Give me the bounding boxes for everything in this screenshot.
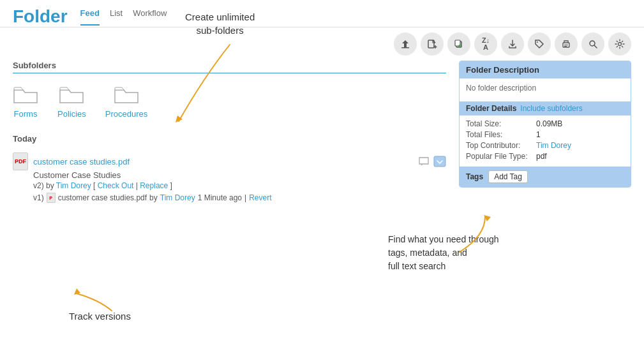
top-contributor-label: Top Contributor: — [466, 141, 536, 150]
subfolder-policies[interactable]: Policies — [57, 85, 86, 119]
total-files-value: 1 — [536, 130, 541, 139]
svg-marker-18 — [74, 288, 80, 295]
info-details: Total Size: 0.09MB Total Files: 1 Top Co… — [460, 115, 631, 167]
total-size-value: 0.09MB — [536, 119, 562, 128]
page-title: Folder — [13, 6, 68, 27]
folder-description-header: Folder Description — [460, 61, 631, 78]
checkout-link[interactable]: Check Out — [98, 181, 134, 190]
svg-point-8 — [537, 41, 538, 43]
search-button[interactable] — [581, 33, 604, 56]
toolbar: Z↓A — [0, 27, 644, 61]
svg-rect-1 — [428, 40, 434, 48]
settings-button[interactable] — [608, 33, 631, 56]
svg-rect-10 — [564, 45, 568, 45]
file-entry: PDF customer case studies.pdf Customer — [13, 149, 446, 207]
svg-rect-0 — [401, 47, 409, 48]
tag-button[interactable] — [528, 33, 551, 56]
tab-list[interactable]: List — [110, 8, 123, 26]
file-v1: v1) P customer case studies.pdf by Tim D… — [33, 193, 446, 203]
subfolder-procedures-label: Procedures — [105, 109, 147, 119]
revert-link[interactable]: Revert — [249, 193, 271, 202]
folder-icon-procedures — [114, 85, 139, 105]
popular-type-label: Popular File Type: — [466, 152, 536, 161]
right-panel: Folder Description No folder description… — [459, 61, 631, 207]
top-contributor-row: Top Contributor: Tim Dorey — [466, 141, 624, 150]
popular-type-row: Popular File Type: pdf — [466, 152, 624, 161]
svg-point-14 — [618, 43, 622, 46]
upload-button[interactable] — [394, 33, 417, 56]
subfolder-forms-label: Forms — [14, 109, 38, 119]
include-subfolders-link[interactable]: Include subfolders — [520, 104, 582, 113]
file-header-right — [418, 156, 446, 167]
svg-marker-17 — [484, 215, 491, 221]
nav-tabs: Feed List Workflow — [80, 8, 167, 26]
subfolders-title: Subfolders — [13, 61, 446, 73]
tags-row: Tags Add Tag — [460, 167, 631, 187]
replace-link[interactable]: Replace — [140, 181, 168, 190]
add-tag-button[interactable]: Add Tag — [488, 170, 528, 183]
file-description: Customer Case Studies — [33, 170, 446, 180]
download-button[interactable] — [501, 33, 524, 56]
folder-details-label: Folder Details — [466, 104, 516, 113]
top-contributor-link[interactable]: Tim Dorey — [536, 141, 571, 150]
no-description: No folder description — [466, 84, 624, 93]
v2-author[interactable]: Tim Dorey — [56, 181, 91, 190]
pdf-icon: PDF — [13, 152, 28, 170]
file-v2-actions: v2) by Tim Dorey [ Check Out | Replace ] — [33, 181, 446, 190]
left-panel: Subfolders Forms Policies — [13, 61, 446, 207]
add-file-button[interactable] — [421, 33, 444, 56]
tags-label: Tags — [466, 172, 483, 181]
total-files-row: Total Files: 1 — [466, 130, 624, 139]
folder-details-header: Folder Details Include subfolders — [460, 101, 631, 115]
main-content: Subfolders Forms Policies — [0, 61, 644, 207]
subfolder-forms[interactable]: Forms — [13, 85, 38, 119]
subfolder-policies-label: Policies — [57, 109, 86, 119]
sort-button[interactable]: Z↓A — [474, 33, 497, 56]
total-size-label: Total Size: — [466, 119, 536, 128]
tab-feed[interactable]: Feed — [80, 8, 100, 26]
file-header: PDF customer case studies.pdf — [13, 152, 446, 170]
popular-type-value: pdf — [536, 152, 547, 161]
folder-icon-forms — [13, 85, 38, 105]
top-contributor-value: Tim Dorey — [536, 141, 571, 150]
today-label: Today — [13, 134, 446, 144]
subfolders-list: Forms Policies Procedures — [13, 78, 446, 129]
svg-rect-15 — [434, 156, 446, 167]
small-pdf-icon: P — [47, 193, 56, 203]
svg-line-13 — [594, 45, 597, 48]
v2-text: v2) by — [33, 181, 56, 190]
copy-button[interactable] — [447, 33, 470, 56]
info-box: Folder Description No folder description… — [459, 61, 631, 188]
callout-search: Find what you need throughtags, metadata… — [388, 233, 499, 273]
folder-description-body: No folder description — [460, 78, 631, 101]
folder-icon-policies — [59, 85, 84, 105]
v1-text: v1) — [33, 193, 44, 202]
v1-time: 1 Minute ago — [198, 193, 242, 202]
expand-icon[interactable] — [433, 156, 446, 167]
print-button[interactable] — [555, 33, 578, 56]
page-header: Folder Feed List Workflow — [0, 0, 644, 27]
v1-author[interactable]: Tim Dorey — [160, 193, 195, 202]
svg-rect-11 — [564, 46, 567, 47]
tab-workflow[interactable]: Workflow — [133, 8, 167, 26]
file-name[interactable]: customer case studies.pdf — [33, 157, 130, 167]
total-size-row: Total Size: 0.09MB — [466, 119, 624, 128]
comment-icon[interactable] — [418, 156, 430, 167]
total-files-label: Total Files: — [466, 130, 536, 139]
v1-filename: customer case studies.pdf — [58, 193, 147, 202]
callout-versions: Track versions — [69, 311, 131, 322]
today-section: Today PDF customer case studies.pdf — [13, 134, 446, 207]
subfolder-procedures[interactable]: Procedures — [105, 85, 147, 119]
